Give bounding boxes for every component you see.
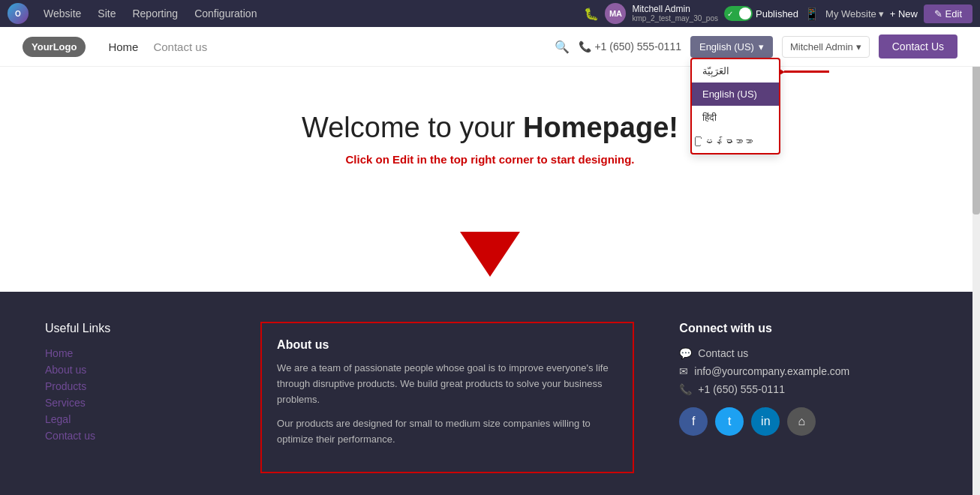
connect-contact-label: Contact us bbox=[698, 347, 748, 359]
nav-contact-us[interactable]: Contact us bbox=[153, 40, 207, 53]
my-website-btn[interactable]: My Website ▾ bbox=[825, 8, 884, 20]
arrow-down-container bbox=[0, 217, 980, 292]
chat-icon: 💬 bbox=[679, 347, 692, 359]
subtext-pre: Click on bbox=[345, 153, 392, 166]
about-p1: We are a team of passionate people whose… bbox=[277, 361, 618, 407]
scrollbar[interactable] bbox=[972, 27, 980, 495]
subtext-post: in the top right corner to start designi… bbox=[413, 153, 634, 166]
footer-link-services[interactable]: Services bbox=[45, 397, 215, 409]
footer-link-legal[interactable]: Legal bbox=[45, 413, 215, 425]
published-toggle[interactable]: ✓ Published bbox=[724, 6, 798, 21]
site-logo[interactable]: YourLogo bbox=[23, 37, 86, 57]
lang-option-arabic[interactable]: العَرَبِيّة bbox=[692, 59, 779, 82]
email-icon: ✉ bbox=[679, 365, 688, 377]
logo-area: YourLogo bbox=[23, 37, 86, 57]
nav-reporting[interactable]: Reporting bbox=[125, 4, 185, 22]
red-arrow-indicator bbox=[774, 66, 829, 78]
bug-icon[interactable]: 🐛 bbox=[584, 7, 599, 21]
footer-link-products[interactable]: Products bbox=[45, 380, 215, 392]
footer: Useful Links Home About us Products Serv… bbox=[0, 292, 980, 495]
lang-option-english[interactable]: English (US) bbox=[692, 82, 779, 106]
user-info: Mitchell Admin kmp_2_test_may_30_pos bbox=[632, 4, 718, 23]
top-bar-left: O Website Site Reporting Configuration bbox=[8, 3, 264, 24]
search-icon[interactable]: 🔍 bbox=[555, 40, 570, 54]
about-title: About us bbox=[277, 338, 618, 352]
published-label: Published bbox=[756, 8, 798, 20]
top-bar: O Website Site Reporting Configuration 🐛… bbox=[0, 0, 980, 27]
contact-us-header-btn[interactable]: Contact Us bbox=[879, 34, 957, 58]
admin-dropdown[interactable]: Mitchell Admin ▾ bbox=[782, 36, 870, 58]
lang-dropdown: English (US) ▾ العَرَبِيّة English (US) … bbox=[690, 36, 773, 58]
site-header: YourLogo Home Contact us 🔍 📞 +1 (650) 55… bbox=[0, 27, 980, 67]
lang-button[interactable]: English (US) ▾ bbox=[690, 36, 773, 58]
nav-site[interactable]: Site bbox=[90, 4, 123, 22]
lang-option-hindi[interactable]: हिंदी bbox=[692, 106, 779, 130]
facebook-btn[interactable]: f bbox=[679, 407, 708, 436]
phone-icon: 📞 bbox=[679, 383, 692, 395]
twitter-btn[interactable]: t bbox=[715, 407, 744, 436]
connect-phone: 📞 +1 (650) 555-0111 bbox=[679, 383, 935, 395]
headline-light: Welcome to your bbox=[302, 112, 523, 143]
site-header-right: 🔍 📞 +1 (650) 555-0111 English (US) ▾ الع… bbox=[555, 34, 957, 58]
lang-menu: العَرَبِيّة English (US) हिंदी မြန်မာဘာသ… bbox=[690, 58, 780, 154]
new-btn[interactable]: + New bbox=[890, 8, 918, 20]
user-db: kmp_2_test_may_30_pos bbox=[632, 14, 718, 23]
current-lang: English (US) bbox=[699, 41, 754, 52]
lang-option-myanmar[interactable]: မြန်မာဘာသာ bbox=[692, 130, 779, 153]
user-avatar: MA bbox=[605, 3, 626, 24]
footer-link-contact[interactable]: Contact us bbox=[45, 430, 215, 442]
connect-title: Connect with us bbox=[679, 322, 935, 335]
headline-bold: Homepage! bbox=[523, 112, 678, 143]
mobile-icon[interactable]: 📱 bbox=[804, 7, 819, 21]
top-bar-nav: Website Site Reporting Configuration bbox=[36, 4, 264, 22]
main-content: Welcome to your Homepage! Click on Edit … bbox=[0, 67, 980, 217]
connect-email-value: info@yourcompany.example.com bbox=[694, 365, 849, 377]
odoo-logo[interactable]: O bbox=[8, 3, 29, 24]
toggle-switch: ✓ bbox=[724, 6, 753, 21]
footer-link-home[interactable]: Home bbox=[45, 347, 215, 359]
useful-links-title: Useful Links bbox=[45, 322, 215, 335]
top-bar-right: 🐛 MA Mitchell Admin kmp_2_test_may_30_po… bbox=[584, 3, 972, 24]
linkedin-btn[interactable]: in bbox=[751, 407, 780, 436]
main-subtext: Click on Edit in the top right corner to… bbox=[15, 153, 965, 166]
nav-home[interactable]: Home bbox=[108, 40, 138, 53]
connect-email: ✉ info@yourcompany.example.com bbox=[679, 365, 935, 377]
footer-about-box: About us We are a team of passionate peo… bbox=[260, 322, 634, 473]
social-icons: f t in ⌂ bbox=[679, 407, 935, 436]
subtext-edit: Edit bbox=[392, 153, 413, 166]
about-p2: Our products are designed for small to m… bbox=[277, 416, 618, 448]
footer-useful-links: Useful Links Home About us Products Serv… bbox=[45, 322, 215, 473]
nav-website[interactable]: Website bbox=[36, 4, 89, 22]
site-nav: Home Contact us bbox=[108, 40, 207, 53]
connect-contact: 💬 Contact us bbox=[679, 347, 935, 359]
nav-configuration[interactable]: Configuration bbox=[187, 4, 264, 22]
footer-link-about[interactable]: About us bbox=[45, 364, 215, 376]
phone-number: 📞 +1 (650) 555-0111 bbox=[579, 40, 681, 52]
user-name: Mitchell Admin bbox=[632, 4, 718, 14]
connect-phone-value: +1 (650) 555-0111 bbox=[698, 383, 785, 395]
footer-connect: Connect with us 💬 Contact us ✉ info@your… bbox=[679, 322, 935, 473]
main-headline: Welcome to your Homepage! bbox=[15, 112, 965, 144]
arrow-down-icon bbox=[460, 232, 520, 277]
edit-btn[interactable]: ✎ Edit bbox=[924, 4, 972, 23]
home-btn[interactable]: ⌂ bbox=[787, 407, 816, 436]
